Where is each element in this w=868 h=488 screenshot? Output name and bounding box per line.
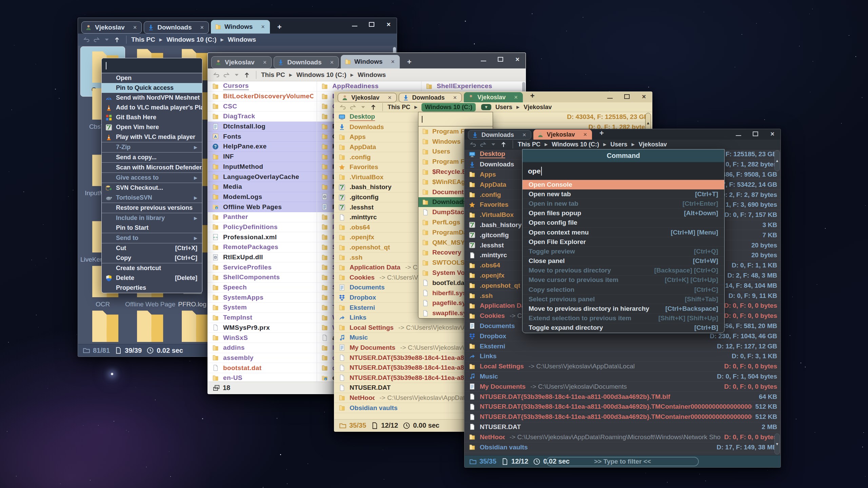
palette-item-copy-selection[interactable]: Copy selection[Ctrl+C]	[522, 285, 724, 294]
file-row-systemapps[interactable]: SystemApps	[208, 292, 317, 303]
tab-downloads[interactable]: Downloads×	[274, 56, 339, 68]
tab-downloads[interactable]: Downloads×	[399, 93, 462, 102]
breadcrumb-item[interactable]: This PC	[388, 104, 410, 111]
palette-item-open-console[interactable]: Open Console	[522, 180, 724, 189]
palette-item-open-new-tab[interactable]: Open new tab[Ctrl+T]	[522, 189, 724, 199]
menu-item-pin-to-quick-access[interactable]: Pin to Quick access	[102, 83, 202, 93]
file-row-csc[interactable]: CSC	[208, 101, 317, 111]
file-row-en-us[interactable]: en-US	[208, 373, 317, 382]
menu-item-copy[interactable]: Copy[Ctrl+C]	[102, 253, 202, 263]
menu-item-scan-with-microsoft-defender-[interactable]: Scan with Microsoft Defender...	[102, 163, 202, 172]
titlebar[interactable]: Vjekoslav×Downloads×Windows×+ ×	[78, 18, 397, 34]
close-button[interactable]: ×	[514, 56, 521, 62]
tab-windows[interactable]: Windows×	[211, 20, 270, 34]
file-row-ntuser-dat-53b39e88-18c4-11ea-a811-000d3[interactable]: NTUSER.DAT{53b39e88-18c4-11ea-a811-000d3…	[465, 402, 781, 412]
palette-item-move-to-previous-directory-in-hierarchy[interactable]: Move to previous directory in hierarchy[…	[522, 304, 724, 313]
back-button[interactable]	[338, 103, 347, 111]
tab-vjekoslav[interactable]: Vjekoslav×	[211, 56, 272, 68]
forward-button[interactable]	[479, 140, 488, 149]
history-dropdown-button[interactable]	[232, 70, 241, 79]
file-row-bootstat-dat[interactable]: bootstat.dat	[208, 363, 317, 373]
file-row-panther[interactable]: Panther	[208, 212, 317, 222]
palette-input[interactable]: ope	[522, 162, 724, 180]
file-row-media[interactable]: Media	[208, 182, 317, 192]
palette-item-open-config-file[interactable]: Open config file	[522, 218, 724, 228]
palette-item-extend-selection-to-previous-item[interactable]: Extend selection to previous item[Shift+…	[522, 314, 724, 323]
menu-item-play-with-vlc-media-player[interactable]: Play with VLC media player	[102, 132, 202, 142]
tab-close-icon[interactable]: ×	[330, 59, 334, 66]
file-row-obsidian-vaults[interactable]: Obsidian vaultsD: 17, F: 149, 38 MB	[465, 442, 781, 452]
new-tab-button[interactable]: +	[402, 58, 417, 68]
titlebar[interactable]: Vjekoslav×Downloads×Vjekoslav×+ ×	[334, 92, 652, 102]
file-row-shellexperiences[interactable]: ShellExperiences	[421, 81, 526, 92]
close-button[interactable]: ×	[769, 131, 776, 137]
history-dropdown-button[interactable]	[489, 140, 498, 149]
file-row-helppane-exe[interactable]: ?HelpPane.exe	[208, 142, 317, 152]
tab-vjekoslav[interactable]: Vjekoslav×	[338, 93, 397, 102]
file-row-dtcinstall-log[interactable]: DtcInstall.log	[208, 122, 317, 132]
file-row-winsxs[interactable]: WinSxS	[208, 333, 317, 343]
palette-item-move-cursor-to-previous-item[interactable]: Move cursor to previous item[Ctrl+K] [Ct…	[522, 276, 724, 285]
dropdown-filter-input[interactable]	[418, 112, 493, 126]
menu-item-cut[interactable]: Cut[Ctrl+X]	[102, 243, 202, 253]
file-row-inputmethod[interactable]: InputMethod	[208, 162, 317, 172]
palette-item-toggle-expand-directory[interactable]: Toggle expand directory[Ctrl+B]	[522, 323, 724, 333]
palette-item-open-files-popup[interactable]: Open files popup[Alt+Down]	[522, 209, 724, 218]
tab-close-icon[interactable]: ×	[133, 24, 137, 31]
menu-item-tortoisesvn[interactable]: TortoiseSVN▶	[102, 193, 202, 203]
tab-close-icon[interactable]: ×	[391, 58, 395, 65]
breadcrumb-item[interactable]: Windows	[358, 71, 386, 79]
palette-item-open-in-new-tab[interactable]: Open in new tab[Ctrl+Enter]	[522, 199, 724, 208]
folder-tile-policydefinitions[interactable]: PolicyDefinitions	[80, 308, 125, 344]
maximize-button[interactable]	[624, 94, 630, 100]
forward-button[interactable]	[222, 70, 231, 79]
file-row-modemlogs[interactable]: ModemLogs	[208, 192, 317, 202]
file-row-appreadiness[interactable]: AppReadiness	[317, 81, 421, 92]
file-row-eksterni[interactable]: EksterniD: 12, F: 127, 12 GB	[465, 341, 781, 351]
minimize-button[interactable]	[735, 131, 742, 137]
tab-vjekoslav[interactable]: Vjekoslav×	[533, 129, 592, 140]
menu-item-properties[interactable]: Properties	[102, 283, 202, 293]
file-row-local-settings[interactable]: Local Settings-> C:\Users\Vjekoslav\AppD…	[465, 362, 781, 372]
breadcrumb-drive-button[interactable]: Windows 10 (C:)	[421, 103, 476, 111]
palette-item-select-previous-panel[interactable]: Select previous panel[Shift+Tab]	[522, 294, 724, 304]
tab-close-icon[interactable]: ×	[514, 94, 518, 101]
forward-button[interactable]	[92, 35, 101, 44]
tab-close-icon[interactable]: ×	[200, 24, 204, 31]
file-row-ntuser-dat-53b39e88-18c4-11ea-a811-000d3[interactable]: NTUSER.DAT{53b39e88-18c4-11ea-a811-000d3…	[465, 412, 781, 422]
menu-item-svn-checkout-[interactable]: SVN Checkout...	[102, 183, 202, 193]
titlebar[interactable]: Downloads×Vjekoslav×+ ×	[465, 129, 781, 140]
file-row-addins[interactable]: addins	[208, 343, 317, 353]
drive-dropdown-button[interactable]: ▼	[481, 104, 491, 110]
file-row-tempinst[interactable]: TempInst	[208, 313, 317, 323]
menu-item-send-a-copy-[interactable]: Send a copy...	[102, 152, 202, 162]
breadcrumb-item[interactable]: Windows 10 (C:)	[166, 36, 217, 43]
file-row-ntuser-dat-53b39e88-18c4-11ea-a811-000d3[interactable]: NTUSER.DAT{53b39e88-18c4-11ea-a811-000d3…	[465, 392, 781, 402]
tab-vjekoslav[interactable]: Vjekoslav×	[81, 21, 142, 34]
history-dropdown-button[interactable]	[359, 103, 368, 111]
file-row-desktop[interactable]: DesktopD: 43034, F: 125185, 23 GB	[334, 112, 652, 122]
back-button[interactable]	[469, 140, 477, 149]
up-button[interactable]	[113, 35, 121, 44]
file-row-policydefinitions[interactable]: PolicyDefinitions	[208, 222, 317, 232]
file-row-remotepackages[interactable]: RemotePackages	[208, 242, 317, 252]
minimize-button[interactable]	[607, 94, 613, 100]
file-row-professional-xml[interactable]: <·>Professional.xml	[208, 232, 317, 242]
palette-item-open-file-explorer[interactable]: Open File Explorer	[522, 237, 724, 247]
breadcrumb-item[interactable]: Users	[495, 104, 512, 111]
file-row-my-documents[interactable]: My Documents-> C:\Users\Vjekoslav\Docume…	[465, 382, 781, 392]
up-button[interactable]	[499, 140, 508, 149]
file-row-diagtrack[interactable]: DiagTrack	[208, 111, 317, 122]
close-button[interactable]: ×	[385, 21, 392, 27]
menu-item-open[interactable]: Open	[102, 73, 202, 83]
folder-tile-prefetch[interactable]: Prefetch	[125, 308, 170, 344]
palette-item-move-to-previous-directory[interactable]: Move to previous directory[Backspace] [C…	[522, 266, 724, 276]
up-button[interactable]	[242, 70, 251, 79]
tab-downloads[interactable]: Downloads×	[468, 130, 531, 140]
back-button[interactable]	[82, 35, 91, 44]
forward-button[interactable]	[349, 103, 357, 111]
menu-item-send-with-nordvpn-meshnet[interactable]: Send with NordVPN Meshnet	[102, 93, 202, 103]
scrollbar-up-button[interactable]: ▲	[774, 150, 780, 171]
new-tab-button[interactable]: +	[272, 23, 287, 34]
new-tab-button[interactable]: +	[525, 92, 540, 102]
